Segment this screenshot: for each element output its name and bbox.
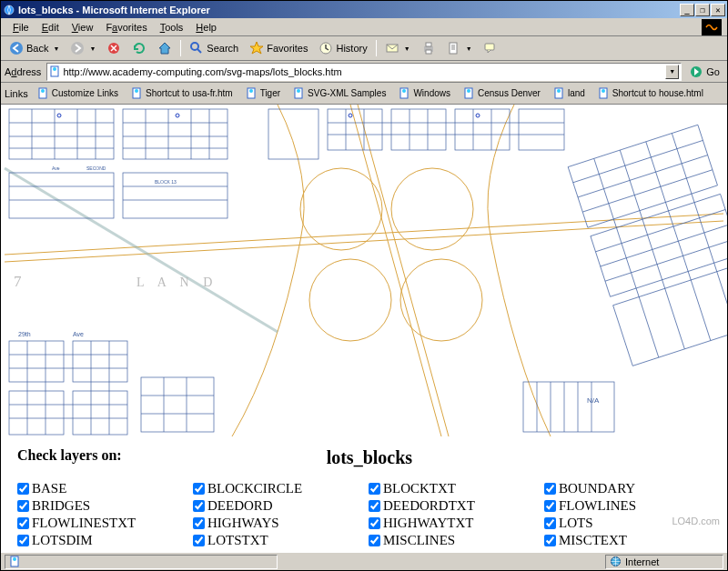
layer-checkbox[interactable] <box>17 517 29 529</box>
layer-label: BRIDGES <box>32 498 90 514</box>
svg-point-5 <box>191 43 198 50</box>
layer-checkbox[interactable] <box>369 535 380 546</box>
layer-checkbox[interactable] <box>369 517 380 529</box>
second-label: SECOND <box>86 165 106 171</box>
menu-tools[interactable]: Tools <box>154 20 190 35</box>
layer-blocktxt[interactable]: BLOCKTXT <box>369 481 535 496</box>
layer-highways[interactable]: HIGHWAYS <box>193 516 359 531</box>
layer-checkbox[interactable] <box>17 483 29 495</box>
refresh-button[interactable] <box>127 38 151 58</box>
page-icon <box>131 87 143 99</box>
history-button[interactable]: History <box>314 38 371 58</box>
svg-map[interactable]: L A N D 7 29th Ave Ave N/A BLOCK 13 SECO… <box>1 105 727 436</box>
page-icon <box>293 87 305 99</box>
layer-flowlinestxt[interactable]: FLOWLINESTXT <box>17 516 184 531</box>
svg-point-24 <box>297 89 300 93</box>
layer-checkbox[interactable] <box>369 483 380 495</box>
zone-7-label: 7 <box>14 273 22 290</box>
link-item-1[interactable]: Shortcut to usa-fr.htm <box>126 85 238 101</box>
mail-icon <box>385 41 399 55</box>
layer-checkbox[interactable] <box>17 535 29 546</box>
go-button[interactable]: Go <box>685 65 723 79</box>
layer-controls: Check layers on: lots_blocks BASE BLOCKC… <box>1 436 727 548</box>
menu-view[interactable]: View <box>66 20 100 35</box>
layer-boundary[interactable]: BOUNDARY <box>544 481 711 496</box>
layer-label: LOTSTXT <box>207 533 268 548</box>
link-label: SVG-XML Samples <box>308 88 386 98</box>
title-bar: lots_blocks - Microsoft Internet Explore… <box>1 1 727 18</box>
layer-checkbox[interactable] <box>544 535 556 546</box>
page-icon <box>49 65 61 77</box>
svg-rect-10 <box>426 43 431 46</box>
link-label: Shortcut to usa-fr.htm <box>146 88 233 98</box>
link-item-6[interactable]: land <box>548 85 591 101</box>
layer-bridges[interactable]: BRIDGES <box>17 498 184 514</box>
layer-lotsdim[interactable]: LOTSDIM <box>17 533 184 548</box>
link-item-2[interactable]: Tiger <box>240 85 286 101</box>
page-icon <box>598 87 610 99</box>
link-label: Census Denver <box>478 88 541 98</box>
menu-edit[interactable]: Edit <box>35 20 66 35</box>
menu-favorites[interactable]: Favorites <box>99 20 153 35</box>
block-13-label: BLOCK 13 <box>155 179 177 185</box>
minimize-button[interactable]: _ <box>680 4 694 16</box>
layer-checkbox[interactable] <box>193 535 205 546</box>
edit-button[interactable]: ▼ <box>442 38 477 58</box>
edit-icon <box>447 41 461 55</box>
back-icon <box>9 41 24 55</box>
maximize-button[interactable]: ❐ <box>695 4 710 16</box>
link-item-7[interactable]: Shortcut to house.html <box>592 85 709 101</box>
layer-blockcircle[interactable]: BLOCKCIRCLE <box>193 481 359 496</box>
back-button[interactable]: Back ▼ <box>5 38 64 58</box>
layer-base[interactable]: BASE <box>17 481 184 496</box>
link-item-5[interactable]: Census Denver <box>458 85 546 101</box>
link-item-0[interactable]: Customize Links <box>32 85 124 101</box>
close-button[interactable]: ✕ <box>711 4 725 16</box>
layer-misctext[interactable]: MISCTEXT <box>544 533 711 548</box>
home-icon <box>157 41 172 55</box>
layer-checkbox[interactable] <box>544 483 556 495</box>
layer-highwaytxt[interactable]: HIGHWAYTXT <box>369 516 535 531</box>
ave-label-2: Ave <box>52 165 60 171</box>
layer-checkbox[interactable] <box>369 500 380 512</box>
link-label: Windows <box>413 88 450 98</box>
layer-flowlines[interactable]: FLOWLINES <box>544 498 711 514</box>
menu-file[interactable]: File <box>6 20 35 35</box>
layer-label: LOTSDIM <box>32 533 93 548</box>
layer-label: MISCTEXT <box>559 533 627 548</box>
print-button[interactable] <box>417 38 440 58</box>
layer-deedord[interactable]: DEEDORD <box>193 498 359 514</box>
layer-lotstxt[interactable]: LOTSTXT <box>193 533 359 548</box>
ave-label-1: Ave <box>73 331 84 337</box>
layer-checkbox[interactable] <box>193 500 205 512</box>
status-bar: Internet <box>1 552 727 570</box>
mail-button[interactable]: ▼ <box>380 38 415 58</box>
home-button[interactable] <box>153 38 177 58</box>
forward-button[interactable]: ▼ <box>66 38 100 58</box>
address-dropdown-button[interactable]: ▼ <box>665 65 679 79</box>
app-icon <box>3 4 15 16</box>
favorites-button[interactable]: Favorites <box>245 38 312 58</box>
link-label: land <box>568 88 585 98</box>
link-item-3[interactable]: SVG-XML Samples <box>288 85 391 101</box>
layer-checkbox[interactable] <box>193 517 205 529</box>
stop-button[interactable] <box>102 38 126 58</box>
history-icon <box>318 41 333 55</box>
address-input[interactable] <box>61 66 665 77</box>
layer-checkbox[interactable] <box>17 500 29 512</box>
layer-deedordtxt[interactable]: DEEDORDTXT <box>369 498 535 514</box>
layer-checkbox[interactable] <box>193 483 205 495</box>
layer-checkbox[interactable] <box>544 500 556 512</box>
layer-misclines[interactable]: MISCLINES <box>369 533 535 548</box>
svg-line-6 <box>197 49 201 53</box>
menu-help[interactable]: Help <box>189 20 223 35</box>
layer-checkbox[interactable] <box>544 517 556 529</box>
print-icon <box>421 41 436 55</box>
layer-lots[interactable]: LOTS <box>544 516 711 531</box>
search-button[interactable]: Search <box>185 38 243 58</box>
page-icon <box>37 87 49 99</box>
ie-throbber-icon <box>702 19 722 35</box>
discuss-button[interactable] <box>479 38 502 58</box>
link-item-4[interactable]: Windows <box>393 85 456 101</box>
layer-label: LOTS <box>559 516 593 531</box>
